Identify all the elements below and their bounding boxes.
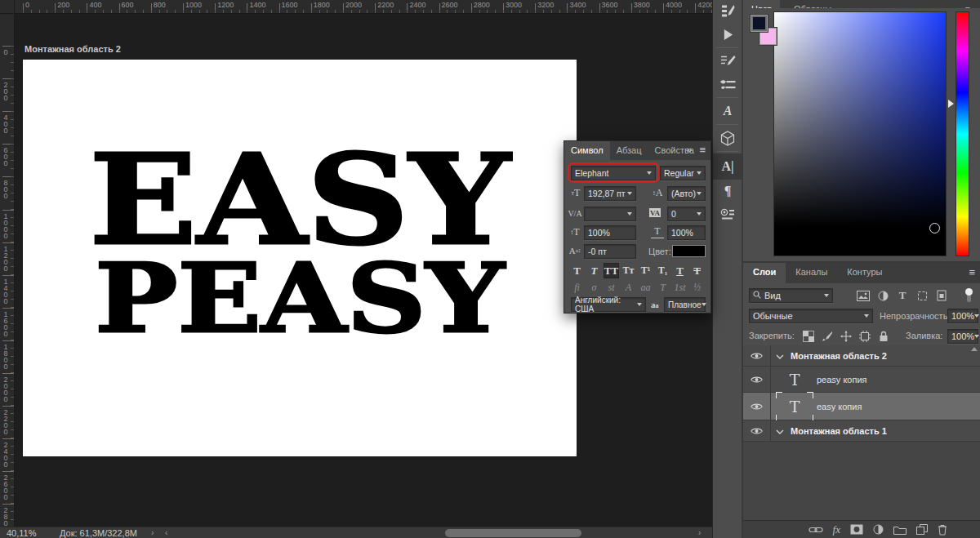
tab-properties[interactable]: Свойства bbox=[648, 141, 701, 160]
baseline-shift-field[interactable]: -0 пт bbox=[584, 244, 636, 259]
tab-channels[interactable]: Каналы bbox=[786, 263, 837, 283]
layer-filter-select[interactable]: Вид bbox=[749, 288, 833, 303]
delete-layer-icon[interactable] bbox=[938, 522, 947, 537]
layer-group-icon[interactable] bbox=[893, 522, 906, 537]
artboard-expand-icon[interactable] bbox=[776, 426, 784, 436]
layer-row-text[interactable]: Teasy копия bbox=[743, 393, 980, 420]
tracking-field[interactable]: 0 bbox=[667, 207, 706, 221]
collapse-panel-icon[interactable]: » bbox=[687, 145, 691, 154]
hue-slider-arrow-icon[interactable] bbox=[948, 100, 954, 108]
layers-panel-menu-icon[interactable]: ≡ bbox=[969, 266, 975, 278]
actions-play-icon[interactable] bbox=[713, 23, 742, 46]
layer-row-text[interactable]: Tpeasy копия bbox=[743, 367, 980, 393]
layer-visibility-eye-icon[interactable] bbox=[743, 367, 771, 392]
superscript-button[interactable]: T¹ bbox=[638, 263, 653, 278]
font-size-field[interactable]: 192,87 пт bbox=[584, 186, 636, 201]
filter-toggle[interactable] bbox=[965, 288, 973, 303]
color-cursor-icon[interactable] bbox=[929, 223, 940, 233]
leading-field[interactable]: (Авто) bbox=[667, 186, 706, 201]
saturation-brightness-box[interactable] bbox=[773, 11, 947, 256]
hue-slider[interactable] bbox=[956, 11, 969, 256]
color-panel-menu-icon[interactable]: ≡ bbox=[957, 0, 978, 8]
hscroll-thumb[interactable] bbox=[445, 529, 581, 537]
scroll-up-icon[interactable] bbox=[971, 347, 978, 351]
contextual-alternates-button[interactable]: σ bbox=[586, 281, 602, 295]
font-style-select[interactable]: Regular bbox=[660, 166, 706, 180]
blend-mode-select[interactable]: Обычные bbox=[749, 309, 873, 323]
tab-paragraph[interactable]: Абзац bbox=[610, 141, 648, 160]
layer-name[interactable]: Монтажная область 1 bbox=[791, 426, 887, 436]
text-color-swatch[interactable] bbox=[672, 245, 706, 257]
fill-field[interactable]: 100% bbox=[947, 329, 978, 344]
horizontal-scale-field[interactable]: 100% bbox=[667, 225, 706, 240]
foreground-color-swatch[interactable] bbox=[751, 15, 768, 32]
layer-effects-icon[interactable]: fx bbox=[833, 522, 840, 537]
layer-mask-icon[interactable] bbox=[850, 522, 863, 537]
kerning-field[interactable] bbox=[584, 207, 636, 221]
pixel-layers-filter-icon[interactable] bbox=[855, 288, 871, 303]
lock-pixels-icon[interactable] bbox=[819, 329, 835, 344]
vertical-scale-field[interactable]: 100% bbox=[584, 225, 636, 240]
layer-visibility-eye-icon[interactable] bbox=[743, 393, 771, 420]
adjustment-layers-filter-icon[interactable] bbox=[875, 288, 891, 303]
underline-button[interactable]: T bbox=[672, 263, 688, 278]
smart-objects-filter-icon[interactable] bbox=[933, 288, 950, 303]
glyphs-icon[interactable]: A bbox=[713, 100, 742, 122]
shape-layers-filter-icon[interactable] bbox=[914, 288, 930, 303]
lock-artboard-icon[interactable] bbox=[857, 329, 873, 344]
hscroll-right-icon[interactable]: › bbox=[698, 528, 701, 537]
new-layer-icon[interactable] bbox=[916, 522, 928, 537]
swash-button[interactable]: A bbox=[621, 281, 636, 295]
paragraph-panel-icon[interactable]: ¶ bbox=[713, 180, 742, 202]
brushes-icon[interactable] bbox=[713, 73, 742, 96]
all-caps-button[interactable]: TT bbox=[604, 263, 619, 278]
brush-settings-icon[interactable] bbox=[713, 50, 742, 73]
adjustment-layer-icon[interactable] bbox=[873, 522, 884, 537]
artboard-expand-icon[interactable] bbox=[776, 351, 784, 361]
lock-position-icon[interactable] bbox=[838, 329, 854, 344]
layer-row-artboard[interactable]: Монтажная область 2 bbox=[743, 345, 980, 367]
character-panel-menu-icon[interactable]: ≡ bbox=[699, 144, 706, 156]
layer-name[interactable]: easy копия bbox=[817, 402, 862, 411]
faux-italic-button[interactable]: T bbox=[586, 263, 602, 278]
tool-presets-icon[interactable] bbox=[713, 0, 742, 23]
titling-alternates-button[interactable]: T bbox=[655, 281, 670, 295]
layer-row-artboard[interactable]: Монтажная область 1 bbox=[743, 420, 980, 442]
language-select[interactable]: Английский: США bbox=[571, 297, 646, 312]
antialias-select[interactable]: Плавное bbox=[664, 297, 706, 312]
artboard-label[interactable]: Монтажная область 2 bbox=[24, 44, 121, 54]
type-layers-filter-icon[interactable]: T bbox=[894, 288, 911, 303]
link-layers-icon[interactable] bbox=[808, 522, 823, 537]
lock-transparency-icon[interactable] bbox=[800, 329, 817, 344]
opentype-panel-icon[interactable] bbox=[713, 202, 742, 225]
artboard[interactable]: EASY PEASY bbox=[23, 60, 577, 456]
layer-name[interactable]: peasy копия bbox=[817, 375, 867, 385]
hscroll-left-icon[interactable]: ‹ bbox=[165, 528, 167, 537]
stylistic-alternates-button[interactable]: aa bbox=[638, 281, 653, 295]
ordinals-button[interactable]: 1st bbox=[672, 281, 688, 295]
ligatures-button[interactable]: fi bbox=[569, 281, 585, 295]
small-caps-button[interactable]: Tт bbox=[621, 263, 636, 278]
tab-paths[interactable]: Контуры bbox=[837, 263, 892, 283]
status-expand-icon[interactable]: › bbox=[151, 528, 154, 537]
discretionary-ligatures-button[interactable]: st bbox=[604, 281, 619, 295]
font-family-select[interactable]: Elephant bbox=[571, 166, 656, 180]
subscript-button[interactable]: T₁ bbox=[655, 263, 670, 278]
zoom-level[interactable]: 40,11% bbox=[7, 528, 37, 538]
fractions-button[interactable]: ½ bbox=[689, 281, 705, 295]
tab-swatches[interactable]: Образцы bbox=[786, 0, 840, 8]
text-layer-thumbnail[interactable]: T bbox=[781, 371, 808, 389]
faux-bold-button[interactable]: T bbox=[569, 263, 585, 278]
tab-color[interactable]: Цвет bbox=[743, 0, 780, 8]
text-layer-thumbnail[interactable]: T bbox=[781, 398, 808, 416]
tab-layers[interactable]: Слои bbox=[743, 263, 786, 283]
opacity-field[interactable]: 100% bbox=[947, 309, 978, 323]
strikethrough-button[interactable]: T bbox=[689, 263, 705, 278]
character-panel-icon[interactable]: A| bbox=[713, 153, 742, 180]
layer-visibility-eye-icon[interactable] bbox=[743, 420, 771, 441]
tab-character[interactable]: Символ bbox=[564, 141, 610, 160]
layer-visibility-eye-icon[interactable] bbox=[743, 345, 771, 366]
layer-name[interactable]: Монтажная область 2 bbox=[791, 351, 887, 361]
lock-all-icon[interactable] bbox=[875, 329, 892, 344]
3d-icon[interactable] bbox=[713, 127, 742, 149]
